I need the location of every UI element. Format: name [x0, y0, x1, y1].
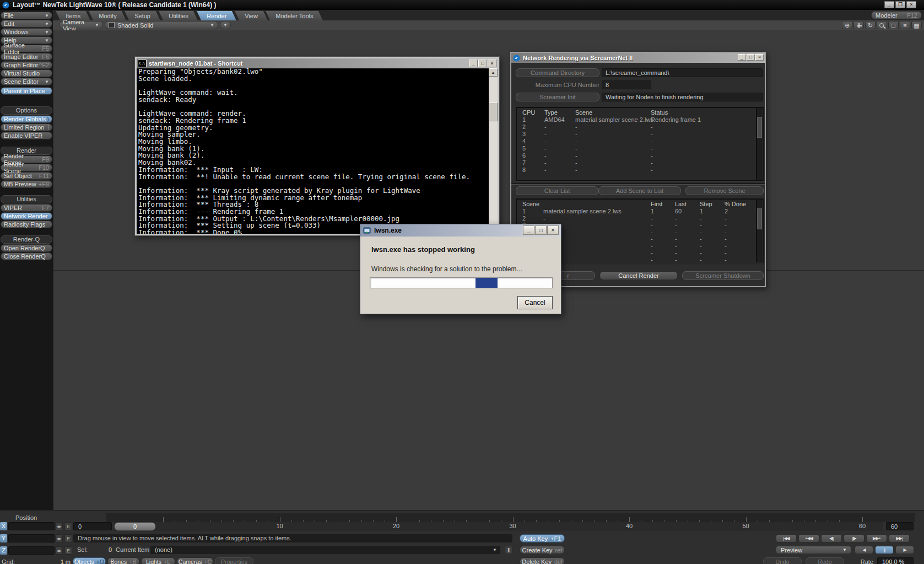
- preview-dropdown[interactable]: Preview ▼: [776, 546, 851, 554]
- cpu-table-row[interactable]: 8---: [516, 166, 763, 174]
- command-directory-button[interactable]: Command Directory: [516, 68, 599, 77]
- envelope-button[interactable]: E: [64, 534, 72, 542]
- lights-button[interactable]: Lights+L: [141, 557, 175, 564]
- shading-mode-dropdown[interactable]: Shaded Solid ▼: [105, 21, 218, 29]
- screamer-init-field[interactable]: Waiting for Nodes to finish rendering: [602, 93, 763, 101]
- close-icon[interactable]: ×: [547, 225, 559, 235]
- current-frame-handle[interactable]: 0: [114, 522, 156, 531]
- sidebar-item-mb-preview[interactable]: MB Preview+F9: [1, 180, 52, 188]
- console-window[interactable]: C:\ startlwsn_node 01.bat - Shortcut _ □…: [134, 56, 500, 236]
- sidebar-item-open-renderq[interactable]: Open RenderQ: [1, 244, 52, 252]
- position-field-z[interactable]: [8, 546, 55, 555]
- current-item-expand-button[interactable]: ❚: [505, 546, 512, 554]
- maximize-icon[interactable]: □: [478, 60, 487, 67]
- play-forward-button[interactable]: ▶: [895, 546, 914, 554]
- minimize-icon[interactable]: _: [884, 1, 894, 8]
- sidebar-item-parent-in-place[interactable]: Parent in Place: [1, 87, 52, 95]
- prev-keyframe-button[interactable]: +◀◀: [798, 534, 819, 542]
- cancel-button[interactable]: Cancel: [517, 296, 553, 309]
- scene-table-row[interactable]: 2-----: [516, 215, 763, 222]
- tab-view[interactable]: View: [234, 10, 268, 21]
- camera-view-dropdown[interactable]: Camera View ▼: [59, 21, 103, 29]
- create-key-button[interactable]: Create Key ret: [520, 546, 565, 554]
- go-last-frame-button[interactable]: ▶▶|: [889, 534, 910, 542]
- end-frame-field[interactable]: 60: [886, 522, 914, 530]
- scene-table-row[interactable]: 1material sampler scene 2.lws16012: [516, 208, 763, 215]
- timeline-track[interactable]: 0 102030405060: [114, 522, 883, 531]
- close-icon[interactable]: ×: [755, 54, 764, 61]
- sidebar-item-windows[interactable]: Windows▼: [1, 28, 52, 36]
- shading-extra-dropdown[interactable]: ▼: [220, 21, 231, 29]
- rotate-icon[interactable]: ↻: [865, 21, 876, 29]
- close-icon[interactable]: ×: [906, 1, 916, 8]
- envelope-button[interactable]: E: [64, 546, 72, 555]
- sidebar-item-viper[interactable]: VIPERF7: [1, 204, 52, 212]
- max-cpu-field[interactable]: 8: [602, 80, 651, 89]
- screamer-init-button[interactable]: Screamer Init: [516, 93, 599, 101]
- modeler-button[interactable]: Modeler F12: [871, 11, 922, 19]
- current-item-dropdown[interactable]: (none) ▼: [150, 546, 500, 554]
- close-icon[interactable]: ×: [488, 60, 496, 67]
- sidebar-item-scene-editor[interactable]: Scene Editor▼: [1, 78, 52, 85]
- sidebar-item-surface-editor[interactable]: Surface EditorF5: [1, 45, 52, 52]
- next-keyframe-button[interactable]: ▶▶+: [866, 534, 887, 542]
- screamer-shutdown-button[interactable]: Screamer Shutdown: [682, 271, 764, 280]
- tab-modify[interactable]: Modify: [88, 10, 127, 21]
- nudge-buttons[interactable]: ◀▶: [55, 522, 63, 530]
- next-frame-button[interactable]: ||▶: [844, 534, 864, 542]
- cpu-table-row[interactable]: 3---: [516, 131, 763, 138]
- sidebar-item-graph-editor[interactable]: Graph Editor^F2: [1, 61, 52, 69]
- cpu-table-row[interactable]: 7---: [516, 159, 763, 166]
- position-field-y[interactable]: [8, 534, 55, 542]
- minimize-icon[interactable]: _: [523, 225, 534, 235]
- clear-list-button[interactable]: Clear List: [516, 186, 598, 195]
- objects-button[interactable]: Objects+O: [73, 557, 106, 564]
- cancel-render-button[interactable]: Cancel Render: [599, 271, 678, 280]
- tab-modeler-tools[interactable]: Modeler Tools: [265, 10, 324, 21]
- cpu-table-row[interactable]: 2---: [516, 123, 763, 131]
- tab-setup[interactable]: Setup: [124, 10, 161, 21]
- auto-key-button[interactable]: Auto Key +F1: [520, 534, 565, 542]
- redo-button[interactable]: Redo: [806, 557, 844, 564]
- sidebar-item-radiosity-flags[interactable]: Radiosity Flags: [1, 221, 52, 228]
- envelope-button[interactable]: E: [64, 522, 72, 530]
- nudge-buttons[interactable]: ◀▶: [55, 534, 63, 542]
- bones-button[interactable]: Bones+B: [107, 557, 139, 564]
- scroll-up-icon[interactable]: ▲: [489, 68, 498, 77]
- sidebar-item-render-globals[interactable]: Render Globals): [1, 115, 52, 123]
- properties-button[interactable]: Properties: [215, 557, 253, 564]
- sidebar-item-virtual-studio[interactable]: Virtual Studio: [1, 69, 52, 77]
- delete-key-button[interactable]: Delete Key del: [520, 557, 565, 564]
- scrollbar-thumb[interactable]: [489, 103, 498, 121]
- minimize-icon[interactable]: _: [738, 54, 746, 61]
- maximize-icon[interactable]: □: [888, 21, 899, 29]
- start-frame-field[interactable]: 0: [73, 522, 112, 530]
- console-titlebar[interactable]: C:\ startlwsn_node 01.bat - Shortcut _ □…: [137, 58, 498, 68]
- menu-icon[interactable]: ≡: [900, 21, 910, 29]
- minimize-icon[interactable]: _: [469, 60, 478, 67]
- sidebar-item-limited-region[interactable]: Limited Regionl: [1, 123, 52, 131]
- nudge-buttons[interactable]: ◀▶: [55, 546, 63, 555]
- timeline-ruler[interactable]: [106, 513, 915, 522]
- crash-dialog[interactable]: lwsn.exe _ □ × lwsn.exe has stopped work…: [360, 224, 561, 314]
- remove-scene-button[interactable]: Remove Scene: [685, 186, 764, 195]
- undo-button[interactable]: Undo: [763, 557, 802, 564]
- sidebar-item-enable-viper[interactable]: Enable VIPER: [1, 132, 52, 139]
- sidebar-item-image-editor[interactable]: Image EditorF6: [1, 53, 52, 61]
- cameras-button[interactable]: Cameras+C: [177, 557, 213, 564]
- sidebar-item-close-renderq[interactable]: Close RenderQ: [1, 253, 52, 260]
- sidebar-item-render-scene[interactable]: Render SceneF10: [1, 164, 52, 171]
- add-scene-to-list-button[interactable]: Add Scene to List: [598, 186, 681, 195]
- sidebar-item-network-render[interactable]: Network Render: [1, 212, 52, 220]
- maximize-icon[interactable]: □: [535, 225, 547, 235]
- sidebar-item-sel-object[interactable]: Sel ObjectF11: [1, 172, 52, 180]
- cpu-table-row[interactable]: 6---: [516, 152, 763, 159]
- sidebar-item-file[interactable]: File▼: [1, 12, 52, 19]
- command-directory-field[interactable]: L:\screamer_command\: [602, 68, 763, 77]
- move-icon[interactable]: [853, 21, 864, 29]
- console-scrollbar[interactable]: ▲ ▼: [489, 68, 498, 234]
- network-window-titlebar[interactable]: Network Rendering via ScreamerNet II _ □…: [511, 53, 765, 63]
- tab-utilities[interactable]: Utilities: [158, 10, 199, 21]
- prev-frame-button[interactable]: ◀||: [821, 534, 842, 542]
- position-field-x[interactable]: [8, 522, 55, 530]
